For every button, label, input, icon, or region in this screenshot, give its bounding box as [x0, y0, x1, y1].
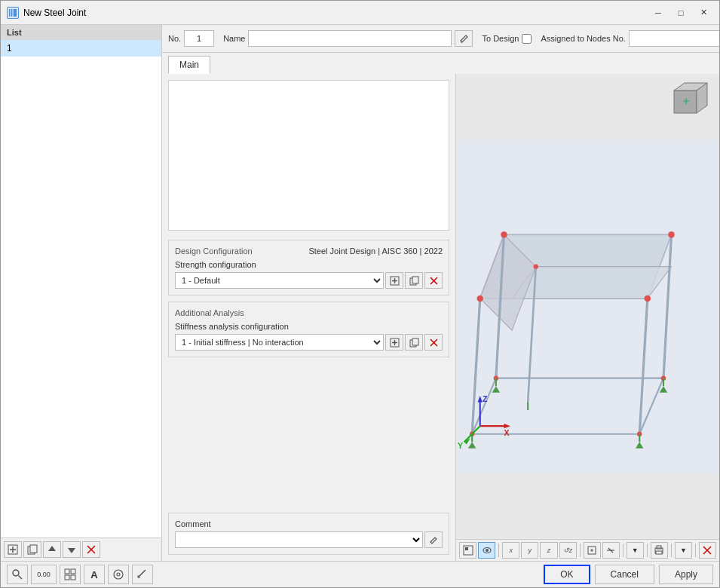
- add-button[interactable]: [4, 541, 22, 558]
- form-panel: Design Configuration Steel Joint Design …: [162, 74, 456, 561]
- text-btn[interactable]: A: [84, 565, 105, 584]
- move-down-button[interactable]: [63, 541, 81, 558]
- strength-delete-btn[interactable]: [424, 272, 443, 289]
- stiffness-copy-btn[interactable]: [405, 334, 423, 351]
- measure-btn[interactable]: [132, 565, 153, 584]
- svg-rect-97: [71, 575, 75, 580]
- additional-analysis-section: Additional Analysis Stiffness analysis c…: [168, 302, 449, 357]
- maximize-button[interactable]: □: [671, 5, 691, 20]
- bottom-tools: 0.00 A: [7, 565, 153, 584]
- tab-main[interactable]: Main: [168, 56, 210, 74]
- strength-copy-btn[interactable]: [405, 272, 423, 289]
- window: New Steel Joint ─ □ ✕ List 1: [0, 0, 720, 588]
- ok-button[interactable]: OK: [544, 565, 590, 584]
- reset-view-btn[interactable]: [699, 542, 716, 559]
- svg-marker-9: [68, 548, 75, 553]
- preview-toolbar: x y z ↺z: [456, 539, 719, 561]
- tab-bar: Main: [162, 53, 719, 74]
- target-btn[interactable]: [108, 565, 129, 584]
- sep2: [580, 544, 581, 557]
- sep5: [671, 544, 672, 557]
- svg-point-52: [668, 231, 674, 237]
- title-bar: New Steel Joint ─ □ ✕: [1, 1, 719, 25]
- svg-text:Y: Y: [458, 441, 463, 450]
- svg-point-51: [501, 231, 507, 237]
- 3d-canvas[interactable]: Z Y X: [456, 74, 719, 539]
- sidebar-item-1[interactable]: 1: [1, 40, 161, 57]
- comment-label: Comment: [175, 519, 443, 528]
- preview-panel: +: [456, 74, 719, 561]
- name-edit-button[interactable]: [455, 30, 473, 47]
- svg-rect-26: [412, 338, 418, 345]
- title-bar-left: New Steel Joint: [7, 7, 86, 19]
- svg-rect-19: [412, 277, 418, 283]
- comment-section: Comment: [168, 513, 449, 555]
- svg-rect-96: [65, 575, 69, 580]
- sidebar-content: 1: [1, 40, 161, 537]
- comment-edit-btn[interactable]: [424, 531, 443, 548]
- assigned-label: Assigned to Nodes No.: [541, 34, 626, 43]
- name-label: Name: [223, 34, 245, 43]
- grid-btn[interactable]: [60, 565, 81, 584]
- svg-text:X: X: [504, 428, 509, 437]
- svg-point-98: [114, 570, 123, 579]
- search-tool-btn[interactable]: [7, 565, 28, 584]
- clip-btn[interactable]: [602, 542, 620, 559]
- eye-btn[interactable]: [478, 542, 495, 559]
- stiffness-config-label: Stiffness analysis configuration: [175, 322, 443, 331]
- bottom-buttons: OK Cancel Apply: [544, 565, 713, 584]
- design-config-label: Design Configuration: [175, 247, 253, 256]
- name-field-group: Name: [223, 30, 473, 47]
- svg-point-55: [534, 264, 538, 268]
- to-design-group: To Design: [482, 34, 532, 44]
- sep4: [647, 544, 648, 557]
- stiffness-add-btn[interactable]: [385, 334, 403, 351]
- move-up-button[interactable]: [43, 541, 61, 558]
- minimize-button[interactable]: ─: [648, 5, 668, 20]
- copy-button[interactable]: [23, 541, 41, 558]
- window-controls: ─ □ ✕: [648, 5, 713, 20]
- delete-button[interactable]: [82, 541, 100, 558]
- svg-marker-8: [48, 546, 56, 551]
- sidebar-item-label: 1: [7, 43, 12, 54]
- design-config-section: Design Configuration Steel Joint Design …: [168, 240, 449, 296]
- svg-point-53: [476, 296, 483, 302]
- print-dropdown-btn[interactable]: ▼: [675, 542, 692, 559]
- comment-select[interactable]: [175, 531, 423, 548]
- strength-add-btn[interactable]: [385, 272, 403, 289]
- stiffness-delete-btn[interactable]: [424, 334, 443, 351]
- stiffness-config-row: Stiffness analysis configuration 1 - Ini…: [175, 322, 443, 351]
- bottom-bar: 0.00 A OK Cancel Apply: [1, 561, 719, 587]
- sep6: [695, 544, 696, 557]
- stiffness-select[interactable]: 1 - Initial stiffness | No interaction: [175, 334, 384, 351]
- assigned-field-group: Assigned to Nodes No.: [541, 29, 719, 47]
- apply-button[interactable]: Apply: [659, 565, 713, 584]
- name-input[interactable]: [248, 30, 452, 47]
- assigned-input[interactable]: [629, 30, 719, 47]
- no-field-group: No.: [168, 30, 214, 47]
- close-button[interactable]: ✕: [694, 5, 713, 20]
- to-design-label: To Design: [482, 34, 519, 43]
- strength-config-label: Strength configuration: [175, 260, 443, 269]
- design-config-header: Design Configuration Steel Joint Design …: [175, 247, 443, 256]
- header-bar: No. Name To Design Assigned to Nodes No.: [162, 25, 719, 53]
- decimal-btn[interactable]: 0.00: [31, 565, 57, 584]
- sep1: [498, 544, 499, 557]
- dropdown-view-btn[interactable]: ▼: [627, 542, 644, 559]
- print-btn[interactable]: [651, 542, 668, 559]
- rotate-z-btn[interactable]: z: [540, 542, 557, 559]
- fit-view-btn[interactable]: [584, 542, 601, 559]
- svg-rect-79: [465, 547, 468, 550]
- panels: Design Configuration Steel Joint Design …: [162, 74, 719, 561]
- rotate-z2-btn[interactable]: ↺z: [559, 542, 577, 559]
- to-design-checkbox[interactable]: [522, 34, 532, 44]
- rotate-y-btn[interactable]: y: [521, 542, 538, 559]
- no-input[interactable]: [184, 30, 214, 47]
- sidebar-header: List: [1, 25, 161, 40]
- comment-row: [175, 531, 443, 548]
- strength-select[interactable]: 1 - Default: [175, 272, 384, 289]
- cancel-button[interactable]: Cancel: [595, 565, 654, 584]
- app-icon: [7, 7, 19, 19]
- view-mode-btn[interactable]: [459, 542, 476, 559]
- rotate-x-btn[interactable]: x: [502, 542, 519, 559]
